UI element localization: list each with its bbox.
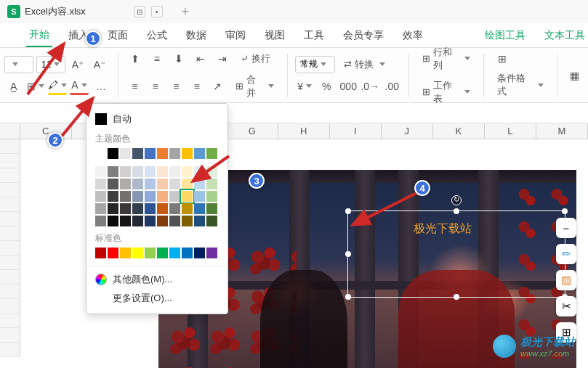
color-swatch[interactable] [108, 203, 118, 214]
number-format-select[interactable]: 常规 [295, 56, 335, 73]
percent-icon[interactable]: % [317, 78, 336, 95]
row-header[interactable] [0, 285, 20, 299]
color-swatch[interactable] [157, 191, 168, 202]
color-swatch[interactable] [182, 179, 193, 189]
color-swatch[interactable] [206, 148, 217, 159]
color-swatch[interactable] [95, 148, 106, 159]
text-box[interactable]: 极光下载站 [347, 210, 565, 298]
menu-efficiency[interactable]: 效率 [400, 25, 426, 46]
color-swatch[interactable] [95, 166, 106, 177]
worksheet-button[interactable]: ⊞ 工作表 [416, 78, 476, 107]
increase-font-icon[interactable]: A⁺ [68, 56, 87, 73]
row-header[interactable] [0, 139, 20, 154]
color-swatch[interactable] [132, 191, 143, 202]
color-swatch[interactable] [194, 203, 205, 214]
row-header[interactable] [0, 270, 20, 285]
color-swatch[interactable] [108, 166, 118, 177]
color-swatch[interactable] [145, 216, 156, 226]
color-swatch[interactable] [95, 191, 106, 202]
color-swatch[interactable] [132, 248, 143, 258]
decrease-decimal-icon[interactable]: .00 [382, 78, 401, 95]
color-swatch[interactable] [169, 203, 180, 214]
row-header[interactable] [0, 168, 20, 183]
color-swatch[interactable] [194, 216, 205, 226]
resize-handle[interactable] [454, 208, 459, 214]
font-name-select[interactable] [4, 56, 33, 73]
resize-handle[interactable] [345, 251, 351, 257]
color-swatch[interactable] [206, 216, 217, 226]
align-center-icon[interactable]: ≡ [146, 78, 164, 95]
more-colors-row[interactable]: 其他颜色(M)... [86, 270, 227, 289]
font-size-select[interactable]: 11 [36, 56, 65, 73]
col-header[interactable]: H [278, 123, 330, 139]
align-bottom-icon[interactable]: ⬇ [169, 50, 188, 68]
color-swatch[interactable] [145, 203, 156, 214]
color-swatch[interactable] [169, 179, 180, 189]
color-swatch[interactable] [108, 179, 118, 189]
menu-formula[interactable]: 公式 [144, 25, 170, 46]
indent-decrease-icon[interactable]: ⇤ [191, 50, 210, 68]
float-eyedropper-icon[interactable]: ✏ [556, 244, 576, 264]
color-swatch[interactable] [120, 203, 131, 214]
row-header[interactable] [0, 197, 20, 212]
color-swatch[interactable] [95, 248, 106, 258]
menu-page[interactable]: 页面 [105, 25, 131, 46]
float-minus-icon[interactable]: − [556, 218, 576, 238]
color-swatch[interactable] [157, 148, 168, 159]
row-header[interactable] [0, 212, 20, 226]
color-swatch[interactable] [182, 166, 193, 177]
row-header[interactable] [0, 241, 20, 255]
color-swatch[interactable] [108, 191, 118, 202]
color-swatch[interactable] [157, 203, 168, 214]
color-swatch[interactable] [182, 203, 193, 214]
tab-split-icon[interactable]: ⊟ [134, 6, 145, 17]
table-icon[interactable]: ⊞ [491, 51, 513, 66]
row-header[interactable] [0, 328, 20, 343]
merge-button[interactable]: ⊞ 合并 [230, 72, 281, 101]
color-swatch[interactable] [120, 191, 131, 202]
color-swatch[interactable] [145, 248, 156, 258]
color-swatch[interactable] [169, 166, 180, 177]
row-header[interactable] [0, 183, 20, 197]
thousands-icon[interactable]: 000 [339, 78, 358, 95]
col-header[interactable]: C [20, 123, 72, 139]
color-swatch[interactable] [108, 216, 118, 226]
color-swatch[interactable] [145, 148, 156, 159]
text-box-content[interactable]: 极光下载站 [414, 221, 472, 237]
color-swatch[interactable] [108, 148, 118, 159]
indent-increase-icon[interactable]: ⇥ [213, 50, 232, 68]
borders-icon[interactable]: ⊞ [26, 78, 45, 95]
tab-menu-icon[interactable]: • [151, 6, 163, 17]
color-swatch[interactable] [157, 216, 168, 226]
color-swatch[interactable] [169, 191, 180, 202]
resize-handle[interactable] [562, 208, 568, 214]
col-header[interactable]: J [382, 123, 433, 139]
cond-format-button[interactable]: 条件格式 [491, 70, 549, 99]
menu-tools[interactable]: 工具 [301, 25, 327, 46]
menu-draw-tools[interactable]: 绘图工具 [482, 25, 528, 46]
rotate-handle[interactable] [451, 195, 462, 205]
increase-decimal-icon[interactable]: .0→ [361, 78, 379, 95]
menu-review[interactable]: 审阅 [222, 25, 249, 46]
color-swatch[interactable] [206, 166, 217, 177]
menu-start[interactable]: 开始 [26, 24, 52, 47]
new-tab-button[interactable]: + [182, 4, 190, 20]
color-swatch[interactable] [145, 166, 156, 177]
highlight-color-icon[interactable]: 🖍 [48, 78, 67, 95]
row-header[interactable] [0, 343, 20, 357]
currency-icon[interactable]: ¥ [295, 78, 314, 95]
color-swatch[interactable] [120, 179, 131, 189]
color-swatch[interactable] [132, 179, 143, 189]
color-swatch[interactable] [132, 166, 143, 177]
col-header[interactable]: L [485, 123, 536, 139]
color-swatch[interactable] [194, 166, 205, 177]
color-swatch[interactable] [108, 248, 118, 258]
color-swatch[interactable] [206, 191, 217, 202]
color-swatch[interactable] [169, 216, 180, 226]
row-header[interactable] [0, 314, 20, 328]
color-swatch[interactable] [145, 191, 156, 202]
color-swatch[interactable] [120, 216, 131, 226]
decrease-font-icon[interactable]: A⁻ [90, 56, 109, 73]
color-swatch[interactable] [194, 191, 205, 202]
menu-text-tools[interactable]: 文本工具 [541, 25, 588, 46]
